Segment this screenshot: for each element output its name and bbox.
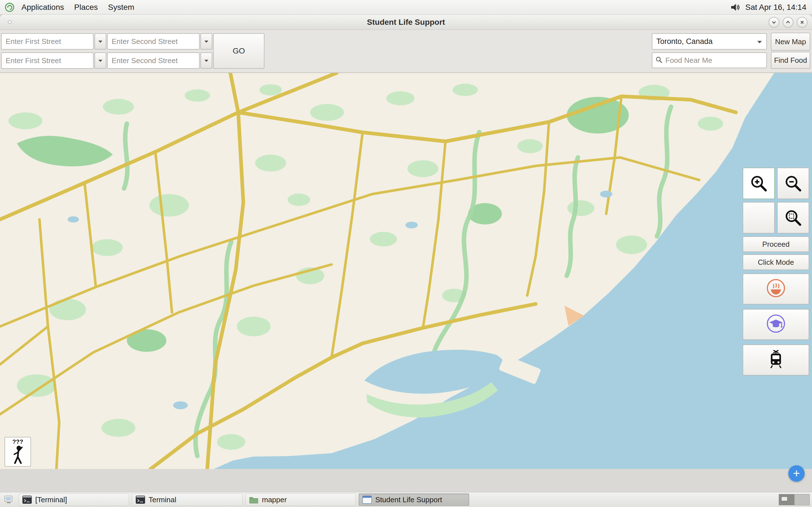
first-street-input-1[interactable]: [1, 33, 94, 50]
soup-bowl-icon: [766, 278, 786, 300]
chevron-down-icon[interactable]: [200, 33, 212, 50]
window-status-strip: [0, 469, 812, 492]
city-select-value: Toronto, Canada: [656, 37, 713, 46]
chevron-down-icon: [757, 37, 762, 46]
search-icon: [655, 56, 663, 64]
show-desktop-icon[interactable]: [2, 494, 16, 506]
top-panel: Applications Places System Sat Apr 16, 1…: [0, 0, 812, 15]
new-map-button[interactable]: New Map: [771, 33, 810, 51]
clock[interactable]: Sat Apr 16, 14:14: [746, 3, 806, 12]
app-window: Student Life Support: [0, 15, 812, 492]
taskbar-item-terminal[interactable]: Terminal: [132, 494, 243, 506]
menu-places[interactable]: Places: [69, 1, 103, 13]
food-layer-button[interactable]: [743, 274, 809, 304]
taskbar-item-label: Student Life Support: [375, 496, 442, 504]
first-street-input-2[interactable]: [1, 52, 94, 69]
add-fab-button[interactable]: +: [788, 465, 805, 482]
zoom-in-button[interactable]: [743, 168, 775, 199]
taskbar-item-label: [Terminal]: [35, 496, 67, 504]
volume-icon[interactable]: [730, 2, 741, 12]
second-street-combo-1: [107, 33, 212, 50]
proceed-button[interactable]: Proceed: [743, 236, 809, 252]
help-label: ???: [12, 439, 23, 445]
city-select[interactable]: Toronto, Canada: [652, 33, 767, 50]
folder-icon: [249, 496, 259, 504]
food-search-input[interactable]: [665, 56, 763, 65]
close-button[interactable]: [797, 17, 808, 27]
graduation-cap-icon: [766, 314, 786, 336]
window-menu-dot[interactable]: [8, 20, 11, 24]
map-graphic: [0, 73, 812, 469]
desktop: Applications Places System Sat Apr 16, 1…: [0, 0, 812, 507]
zoom-selection-button[interactable]: [777, 202, 809, 233]
workspace-2[interactable]: [794, 494, 809, 505]
chevron-down-icon[interactable]: [94, 33, 106, 50]
taskbar-item-terminal-bracket[interactable]: [Terminal]: [18, 494, 129, 506]
second-street-input-1[interactable]: [107, 33, 200, 50]
taskbar: [Terminal] Terminal mapper Student Life …: [0, 492, 812, 507]
workspace-switcher[interactable]: [779, 494, 810, 505]
terminal-icon: [22, 496, 32, 504]
second-street-input-2[interactable]: [107, 52, 200, 69]
second-street-combo-2: [107, 52, 212, 69]
click-mode-button[interactable]: Click Mode: [743, 255, 809, 270]
menu-applications[interactable]: Applications: [16, 1, 69, 13]
minimize-button[interactable]: [769, 17, 779, 27]
train-icon: [766, 349, 786, 371]
window-icon: [362, 496, 372, 504]
window-controls: [769, 17, 808, 27]
window-title: Student Life Support: [367, 18, 445, 27]
terminal-icon: [136, 496, 145, 504]
find-food-button[interactable]: Find Food: [771, 52, 810, 69]
window-titlebar[interactable]: Student Life Support: [0, 15, 812, 30]
distro-logo-icon[interactable]: [4, 2, 15, 12]
first-street-combo-1: [1, 33, 106, 50]
toolbar: GO Toronto, Canada New Map Find Food: [0, 30, 812, 73]
zoom-out-button[interactable]: [777, 168, 809, 199]
confused-person-icon: [10, 445, 25, 465]
taskbar-item-mapper[interactable]: mapper: [245, 494, 356, 506]
chevron-down-icon[interactable]: [200, 52, 212, 69]
menu-system[interactable]: System: [103, 1, 139, 13]
dark-mode-button[interactable]: [743, 202, 775, 233]
map-canvas[interactable]: Proceed Click Mode ???: [0, 73, 812, 469]
food-search-box: [652, 52, 767, 68]
taskbar-item-label: mapper: [262, 496, 287, 504]
chevron-down-icon[interactable]: [94, 52, 106, 69]
taskbar-item-label: Terminal: [149, 496, 176, 504]
go-button[interactable]: GO: [213, 33, 264, 69]
maximize-button[interactable]: [783, 17, 794, 27]
help-button[interactable]: ???: [4, 437, 31, 467]
workspace-1[interactable]: [779, 494, 794, 505]
taskbar-item-student-life-support[interactable]: Student Life Support: [359, 494, 469, 506]
education-layer-button[interactable]: [743, 309, 809, 340]
transit-layer-button[interactable]: [743, 344, 809, 376]
first-street-combo-2: [1, 52, 106, 69]
